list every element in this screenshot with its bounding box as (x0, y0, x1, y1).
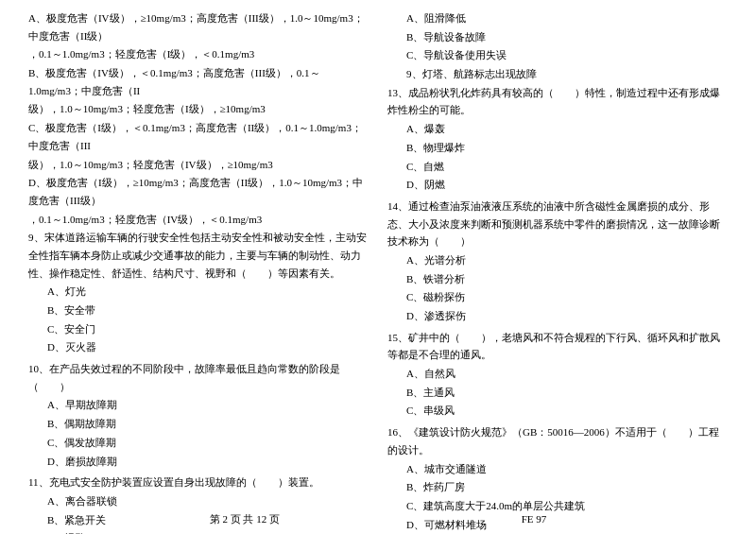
q10-option-b: B、偶期故障期 (28, 415, 369, 433)
q11-option-c: C、报警 (28, 529, 369, 534)
q9-option-a: A、灯光 (28, 283, 369, 301)
q9-option-d: D、灭火器 (28, 338, 369, 356)
q14-option-d: D、渗透探伤 (387, 307, 728, 325)
q15-option-b: B、主通风 (387, 384, 728, 402)
question-11-text: 11、充电式安全防护装置应设置自身出现故障的（ ）装置。 (28, 474, 369, 491)
question-14: 14、通过检查油泵油液液压系统的油液中所含磁性金属磨损的成分、形态、大小及浓度来… (387, 198, 728, 325)
question-10: 10、在产品失效过程的不同阶段中，故障率最低且趋向常数的阶段是（ ） A、早期故… (28, 360, 369, 470)
question-14-text: 14、通过检查油泵油液液压系统的油液中所含磁性金属磨损的成分、形态、大小及浓度来… (387, 198, 728, 250)
q14-option-b: B、铁谱分析 (387, 270, 728, 288)
q15-option-c: C、串级风 (387, 402, 728, 420)
option-b-line2: 级），1.0～10mg/m3；轻度危害（I级），≥10mg/m3 (28, 100, 369, 118)
question-15: 15、矿井中的（ ），老塘风和不符合规程的下行风、循环风和扩散风等都是不合理的通… (387, 329, 728, 420)
q13-option-d: D、阴燃 (387, 176, 728, 194)
page-code: FE 97 (522, 513, 547, 525)
main-content: A、极度危害（IV级），≥10mg/m3；高度危害（III级），1.0～10mg… (28, 9, 728, 534)
option-a-line2: ，0.1～1.0mg/m3；轻度危害（I级），＜0.1mg/m3 (28, 45, 369, 63)
option-b-line1: B、极度危害（IV级），＜0.1mg/m3；高度危害（III级），0.1～1.0… (28, 64, 369, 99)
question-9: 9、宋体道路运输车辆的行驶安全性包括主动安全性和被动安全性，主动安全性指车辆本身… (28, 229, 369, 356)
page: A、极度危害（IV级），≥10mg/m3；高度危害（III级），1.0～10mg… (0, 0, 756, 534)
q12-option-9: 9、灯塔、航路标志出现故障 (387, 65, 728, 83)
q10-option-c: C、偶发故障期 (28, 434, 369, 452)
q12-option-a: A、阻滑降低 (387, 9, 728, 27)
q9-option-c: C、安全门 (28, 320, 369, 338)
option-c-line1: C、极度危害（I级），＜0.1mg/m3；高度危害（II级），0.1～1.0mg… (28, 119, 369, 154)
page-number: 第 2 页 共 12 页 (210, 513, 280, 525)
q12-option-b: B、导航设备故障 (387, 28, 728, 46)
option-a-line1: A、极度危害（IV级），≥10mg/m3；高度危害（III级），1.0～10mg… (28, 9, 369, 44)
question-16-text: 16、《建筑设计防火规范》（GB：50016—2006）不适用于（ ）工程的设计… (387, 423, 728, 458)
question-15-text: 15、矿井中的（ ），老塘风和不符合规程的下行风、循环风和扩散风等都是不合理的通… (387, 329, 728, 364)
q15-option-a: A、自然风 (387, 365, 728, 383)
q10-option-a: A、早期故障期 (28, 396, 369, 414)
question-9-text: 9、宋体道路运输车辆的行驶安全性包括主动安全性和被动安全性，主动安全性指车辆本身… (28, 229, 369, 282)
q14-option-a: A、光谱分析 (387, 251, 728, 269)
q13-option-b: B、物理爆炸 (387, 139, 728, 157)
q10-option-d: D、磨损故障期 (28, 453, 369, 471)
option-d-line1: D、极度危害（I级），≥10mg/m3；高度危害（II级），1.0～10mg/m… (28, 174, 369, 209)
q9-option-b: B、安全带 (28, 301, 369, 319)
q14-option-c: C、磁粉探伤 (387, 288, 728, 306)
question-13-text: 13、成品粉状乳化炸药具有较高的（ ）特性，制造过程中还有形成爆炸性粉尘的可能。 (387, 84, 728, 119)
q16-option-b: B、炸药厂房 (387, 478, 728, 496)
question-13: 13、成品粉状乳化炸药具有较高的（ ）特性，制造过程中还有形成爆炸性粉尘的可能。… (387, 84, 728, 194)
q13-option-a: A、爆轰 (387, 120, 728, 138)
option-d-line2: ，0.1～1.0mg/m3；轻度危害（IV级），＜0.1mg/m3 (28, 211, 369, 229)
q11-option-a: A、离合器联锁 (28, 492, 369, 510)
left-column: A、极度危害（IV级），≥10mg/m3；高度危害（III级），1.0～10mg… (28, 9, 369, 534)
option-c-line2: 级），1.0～10mg/m3；轻度危害（IV级），≥10mg/m3 (28, 156, 369, 174)
q16-option-a: A、城市交通隧道 (387, 460, 728, 478)
q13-option-c: C、自燃 (387, 158, 728, 176)
question-10-text: 10、在产品失效过程的不同阶段中，故障率最低且趋向常数的阶段是（ ） (28, 360, 369, 395)
page-footer: 第 2 页 共 12 页 FE 97 (0, 512, 756, 526)
q12-option-c: C、导航设备使用失误 (387, 46, 728, 64)
right-column: A、阻滑降低 B、导航设备故障 C、导航设备使用失误 9、灯塔、航路标志出现故障… (387, 9, 728, 534)
